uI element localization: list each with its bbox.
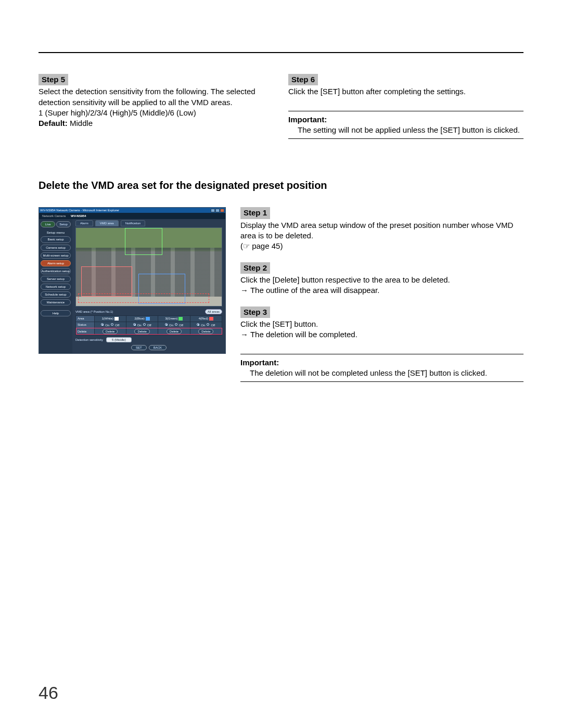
step5-default: Default: Middle: [39, 118, 274, 129]
status-4[interactable]: On Off: [190, 322, 222, 328]
brand-sub: Network Camera: [42, 214, 66, 218]
default-value: Middle: [68, 119, 93, 127]
brand-row: Network Camera WV-NS954: [39, 213, 225, 219]
section-title: Delete the VMD area set for the designat…: [39, 178, 523, 193]
live-button[interactable]: Live: [41, 221, 55, 227]
important2-label: Important:: [240, 357, 523, 368]
step3-text-1: Click the [SET] button.: [240, 319, 523, 329]
setup-menu-header: Setup menu: [41, 231, 71, 235]
sidebar-item-basic[interactable]: Basic setup: [41, 236, 71, 242]
all-areas-button[interactable]: All areas: [205, 309, 222, 314]
status-3[interactable]: On Off: [158, 322, 190, 328]
row-status-label: Status: [76, 322, 95, 328]
area-3-header: 3(Green): [158, 316, 190, 322]
area-4-header: 4(Red): [190, 316, 222, 322]
default-label: Default:: [39, 119, 68, 127]
step6-label: Step 6: [288, 74, 318, 85]
important-rule-bottom: [288, 138, 523, 139]
right-instructions: Step 1 Display the VMD area setup window…: [240, 207, 523, 385]
window-title: WV-NS954 Network Camera - Microsoft Inte…: [40, 208, 119, 212]
window-titlebar: WV-NS954 Network Camera - Microsoft Inte…: [39, 208, 225, 213]
delete-area-4-button[interactable]: Delete: [198, 329, 213, 334]
sidebar-item-alarm[interactable]: Alarm setup: [41, 260, 71, 266]
camera-preview[interactable]: [75, 227, 222, 306]
delete-area-2-button[interactable]: Delete: [134, 329, 149, 334]
set-button[interactable]: SET: [131, 345, 147, 350]
area-2-header: 2(Blue): [126, 316, 158, 322]
tab-alarm[interactable]: Alarm: [75, 220, 93, 226]
step1-label: Step 1: [240, 207, 270, 219]
important-text-1: The setting will not be applied unless t…: [298, 125, 523, 135]
page-number: 46: [39, 681, 58, 705]
sidebar-item-camera[interactable]: Camera setup: [41, 245, 71, 251]
tab-vmd-area[interactable]: VMD area: [95, 220, 119, 226]
brand-model: WV-NS954: [71, 214, 86, 218]
sidebar-item-multiscreen[interactable]: Multi-screen setup: [41, 252, 71, 259]
main-area: Alarm VMD area Notification VMD area (*: [72, 219, 225, 353]
step2-text-2: → The outline of the area will disappear…: [240, 285, 523, 296]
step2-label: Step 2: [240, 262, 270, 274]
important-label-1: Important:: [288, 114, 523, 125]
sidebar-item-server[interactable]: Server setup: [41, 276, 71, 282]
window-min-button[interactable]: [211, 209, 215, 212]
important2-text: The deletion will not be completed unles…: [250, 368, 523, 378]
sidebar: Live Setup Setup menu Basic setup Camera…: [39, 219, 72, 353]
step5-label: Step 5: [39, 74, 68, 85]
step2-text-1: Click the [Delete] button respective to …: [240, 275, 523, 285]
setup-button[interactable]: Setup: [56, 221, 71, 227]
sidebar-item-network[interactable]: Network setup: [41, 284, 71, 290]
step3-label: Step 3: [240, 306, 270, 318]
vmd-area-4-red[interactable]: [81, 266, 132, 297]
sidebar-item-help[interactable]: Help: [41, 310, 71, 316]
vmd-config-table: Area 1(White) 2(Blue) 3(Green) 4(Red) St…: [75, 315, 222, 335]
delete-row-highlight: Delete Delete Delete Delete Delete: [76, 328, 222, 335]
important2-rule-bottom: [240, 381, 523, 382]
delete-area-3-button[interactable]: Delete: [167, 329, 182, 334]
important2-rule-top: [240, 354, 523, 354]
step1-text-2: (☞ page 45): [240, 241, 523, 251]
step5-text-1: Select the detection sensitivity from th…: [39, 86, 274, 108]
status-1[interactable]: On Off: [94, 322, 126, 328]
step3-text-2: → The deletion will be completed.: [240, 329, 523, 340]
area-1-header: 1(White): [94, 316, 126, 322]
step6-block: Step 6 Click the [SET] button after comp…: [288, 74, 523, 142]
vmd-area-3-green[interactable]: [125, 228, 162, 255]
step6-text-1: Click the [SET] button after completing …: [288, 86, 523, 97]
top-two-columns: Step 5 Select the detection sensitivity …: [39, 74, 523, 142]
back-button[interactable]: BACK: [149, 345, 167, 350]
important-rule-top: [288, 111, 523, 111]
page-top-rule: [39, 52, 523, 53]
vmd-config: VMD area (* Position No.1) All areas Are…: [75, 309, 222, 350]
row-area-label: Area: [76, 316, 95, 322]
tab-notification[interactable]: Notification: [121, 220, 146, 226]
row-delete-label: Delete: [76, 328, 95, 335]
screenshot-panel: WV-NS954 Network Camera - Microsoft Inte…: [39, 207, 226, 385]
delete-area-1-button[interactable]: Delete: [103, 329, 118, 334]
sidebar-item-schedule[interactable]: Schedule setup: [41, 291, 71, 298]
window-close-button[interactable]: [220, 209, 224, 212]
main-two-columns: WV-NS954 Network Camera - Microsoft Inte…: [39, 207, 523, 385]
status-2[interactable]: On Off: [126, 322, 158, 328]
step1-text-1: Display the VMD area setup window of the…: [240, 220, 523, 241]
step5-block: Step 5 Select the detection sensitivity …: [39, 74, 274, 142]
window-max-button[interactable]: [215, 209, 220, 212]
sidebar-item-maintenance[interactable]: Maintenance: [41, 299, 71, 305]
sensitivity-select[interactable]: 5 (Middle): [106, 337, 132, 342]
ie-window: WV-NS954 Network Camera - Microsoft Inte…: [39, 207, 226, 354]
step5-text-2: 1 (Super high)/2/3/4 (High)/5 (Middle)/6…: [39, 108, 274, 118]
sensitivity-label: Detection sensitivity: [75, 338, 103, 342]
vmd-config-title: VMD area (* Position No.1): [75, 310, 113, 314]
sidebar-item-auth[interactable]: Authentication setup: [41, 268, 71, 274]
vmd-area-detect-line: [78, 293, 209, 303]
